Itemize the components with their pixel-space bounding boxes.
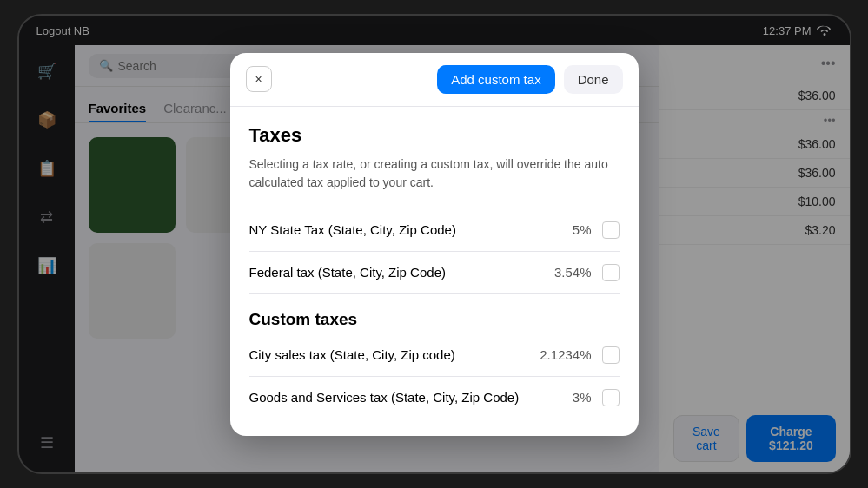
modal-header: × Add custom tax Done (230, 53, 639, 107)
tax-checkbox[interactable] (602, 264, 620, 281)
tax-item-city: City sales tax (State, City, Zip code) 2… (249, 334, 620, 377)
modal-header-actions: Add custom tax Done (437, 65, 622, 94)
tax-item-ny: NY State Tax (State, City, Zip Code) 5% (249, 209, 620, 252)
modal-overlay: × Add custom tax Done Taxes Selecting a … (19, 16, 850, 472)
tax-name: Federal tax (State, City, Zip Code) (249, 265, 446, 280)
modal-body: Taxes Selecting a tax rate, or creating … (230, 107, 639, 436)
modal-description: Selecting a tax rate, or creating a cust… (249, 155, 620, 192)
tax-name: NY State Tax (State, City, Zip Code) (249, 222, 456, 237)
tax-checkbox[interactable] (602, 346, 620, 364)
tax-rate: 3.54% (554, 265, 592, 280)
taxes-modal: × Add custom tax Done Taxes Selecting a … (230, 53, 639, 436)
tax-right: 3% (573, 389, 620, 406)
tax-name: Goods and Services tax (State, City, Zip… (249, 390, 520, 405)
custom-taxes-title: Custom taxes (249, 310, 620, 329)
modal-close-button[interactable]: × (246, 66, 272, 92)
add-custom-tax-button[interactable]: Add custom tax (437, 65, 554, 94)
tax-rate: 3% (573, 390, 592, 405)
tax-name: City sales tax (State, City, Zip code) (249, 347, 455, 362)
tax-right: 5% (573, 221, 620, 239)
close-icon: × (255, 72, 262, 86)
tax-item-gst: Goods and Services tax (State, City, Zip… (249, 377, 620, 419)
tax-rate: 5% (573, 222, 592, 237)
tax-right: 3.54% (554, 264, 620, 281)
tax-checkbox[interactable] (602, 389, 620, 406)
done-button[interactable]: Done (564, 65, 623, 94)
tax-rate: 2.1234% (540, 347, 591, 362)
tax-right: 2.1234% (540, 346, 619, 364)
modal-title: Taxes (249, 124, 620, 147)
tax-item-federal: Federal tax (State, City, Zip Code) 3.54… (249, 252, 620, 294)
tax-checkbox[interactable] (602, 221, 620, 239)
